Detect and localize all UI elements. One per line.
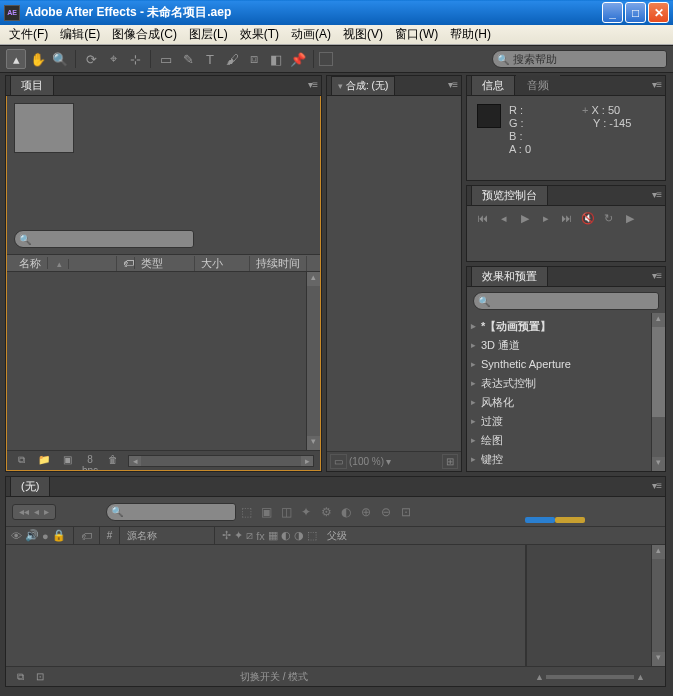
menu-view[interactable]: 视图(V) <box>337 24 389 45</box>
next-frame-icon[interactable]: ▸ <box>538 212 553 226</box>
tl-tool-1-icon[interactable]: ⬚ <box>236 505 256 519</box>
comp-viewer[interactable] <box>327 96 461 451</box>
tab-audio[interactable]: 音频 <box>516 75 560 95</box>
fx-item-keying[interactable]: 键控 <box>467 450 665 469</box>
project-item-list[interactable]: ▴ ▾ <box>7 272 320 450</box>
fx-item-paint[interactable]: 绘图 <box>467 431 665 450</box>
new-comp-icon[interactable]: ▣ <box>57 454 77 468</box>
tl-tool-9-icon[interactable]: ⊡ <box>396 505 416 519</box>
menu-help[interactable]: 帮助(H) <box>444 24 497 45</box>
tl-tool-8-icon[interactable]: ⊖ <box>376 505 396 519</box>
timeline-vscrollbar[interactable]: ▴ ▾ <box>651 545 665 666</box>
comp-zoom-button[interactable]: ▭ <box>330 454 347 469</box>
tab-timeline[interactable]: (无) <box>10 476 50 496</box>
eraser-tool-icon[interactable]: ◧ <box>266 49 286 69</box>
tl-tool-6-icon[interactable]: ◐ <box>336 505 356 519</box>
effects-search[interactable] <box>473 292 659 310</box>
tl-tool-2-icon[interactable]: ▣ <box>256 505 276 519</box>
clone-tool-icon[interactable]: ⧈ <box>244 49 264 69</box>
tl-tool-4-icon[interactable]: ✦ <box>296 505 316 519</box>
project-vscrollbar[interactable]: ▴ ▾ <box>306 272 320 450</box>
menu-animation[interactable]: 动画(A) <box>285 24 337 45</box>
menu-file[interactable]: 文件(F) <box>3 24 54 45</box>
timeline-search[interactable] <box>106 503 236 521</box>
scroll-right-icon[interactable]: ▸ <box>301 456 313 466</box>
lock-col-icon[interactable]: 🔒 <box>52 529 66 542</box>
anchor-tool-icon[interactable]: ⊹ <box>125 49 145 69</box>
effects-vscrollbar[interactable]: ▴ ▾ <box>651 313 665 471</box>
panel-menu-icon[interactable]: ▾≡ <box>652 79 661 90</box>
menu-composition[interactable]: 图像合成(C) <box>106 24 183 45</box>
scroll-down-icon[interactable]: ▾ <box>307 436 320 450</box>
tl-tool-7-icon[interactable]: ⊕ <box>356 505 376 519</box>
tab-effects[interactable]: 效果和预置 <box>471 266 548 286</box>
project-search[interactable] <box>14 230 313 248</box>
col-source-name[interactable]: 源名称 <box>122 529 212 543</box>
project-hscrollbar[interactable]: ◂ ▸ <box>128 455 314 467</box>
scroll-up-icon[interactable]: ▴ <box>652 313 665 327</box>
ram-preview-icon[interactable]: ▶ <box>622 212 637 226</box>
puppet-tool-icon[interactable]: 📌 <box>288 49 308 69</box>
interpret-footage-icon[interactable]: ⧉ <box>11 454 31 468</box>
rectangle-tool-icon[interactable]: ▭ <box>156 49 176 69</box>
panel-menu-icon[interactable]: ▾≡ <box>308 79 317 90</box>
tab-preview[interactable]: 预览控制台 <box>471 185 548 205</box>
panel-menu-icon[interactable]: ▾≡ <box>652 189 661 200</box>
eye-col-icon[interactable]: 👁 <box>11 530 22 542</box>
toggle-switches-label[interactable]: 切换开关 / 模式 <box>240 670 308 684</box>
col-parent[interactable]: 父级 <box>322 529 352 543</box>
last-frame-icon[interactable]: ⏭ <box>559 212 574 226</box>
col-number[interactable]: # <box>102 530 118 541</box>
hand-tool-icon[interactable]: ✋ <box>28 49 48 69</box>
fx-item-transition[interactable]: 过渡 <box>467 412 665 431</box>
fx-item-stylize[interactable]: 风格化 <box>467 393 665 412</box>
help-search[interactable]: 搜索帮助 <box>492 50 667 68</box>
col-name[interactable]: 名称▴ <box>7 256 117 271</box>
rotate-tool-icon[interactable]: ⟳ <box>81 49 101 69</box>
window-maximize-button[interactable]: □ <box>625 2 646 23</box>
menu-edit[interactable]: 编辑(E) <box>54 24 106 45</box>
prev-frame-icon[interactable]: ◂ <box>496 212 511 226</box>
tab-info[interactable]: 信息 <box>471 75 515 95</box>
tab-project[interactable]: 项目 <box>10 75 54 95</box>
mute-icon[interactable]: 🔇 <box>580 212 595 226</box>
tab-composition[interactable]: ▾合成: (无) <box>331 76 395 95</box>
col-type[interactable]: 类型 <box>135 256 195 271</box>
play-icon[interactable]: ▶ <box>517 212 532 226</box>
loop-icon[interactable]: ↻ <box>601 212 616 226</box>
scroll-down-icon[interactable]: ▾ <box>652 457 665 471</box>
menu-window[interactable]: 窗口(W) <box>389 24 444 45</box>
project-search-input[interactable] <box>14 230 194 248</box>
scroll-up-icon[interactable]: ▴ <box>652 545 665 559</box>
panel-menu-icon[interactable]: ▾≡ <box>448 79 457 90</box>
new-folder-icon[interactable]: 📁 <box>34 454 54 468</box>
timeline-body[interactable]: ▴ ▾ ⧉ ⊡ 切换开关 / 模式 ▲▲ <box>6 545 665 686</box>
window-close-button[interactable]: ✕ <box>648 2 669 23</box>
col-duration[interactable]: 持续时间 <box>250 256 307 271</box>
bpc-button[interactable]: 8 bpc <box>80 454 100 468</box>
camera-tool-icon[interactable]: ⌖ <box>103 49 123 69</box>
text-tool-icon[interactable]: T <box>200 49 220 69</box>
speaker-col-icon[interactable]: 🔊 <box>25 529 39 542</box>
selection-tool-icon[interactable]: ▴ <box>6 49 26 69</box>
fx-item-expression-controls[interactable]: 表达式控制 <box>467 374 665 393</box>
label-col-icon[interactable]: 🏷 <box>81 530 92 542</box>
fx-item-3d-channel[interactable]: 3D 通道 <box>467 336 665 355</box>
pen-tool-icon[interactable]: ✎ <box>178 49 198 69</box>
panel-menu-icon[interactable]: ▾≡ <box>652 270 661 281</box>
timeline-track-area[interactable] <box>526 545 665 686</box>
timecode-nav[interactable]: ◂◂◂▸ <box>12 504 56 520</box>
solo-col-icon[interactable]: ● <box>42 530 49 542</box>
tl-tool-5-icon[interactable]: ⚙ <box>316 505 336 519</box>
col-size[interactable]: 大小 <box>195 256 250 271</box>
scroll-thumb[interactable] <box>652 327 665 417</box>
comp-res-button[interactable]: ⊞ <box>442 454 458 469</box>
work-area-bar[interactable] <box>525 517 585 527</box>
scroll-down-icon[interactable]: ▾ <box>652 652 665 666</box>
col-label-icon[interactable]: 🏷 <box>117 257 135 269</box>
timeline-layer-area[interactable] <box>6 545 526 686</box>
tl-tool-3-icon[interactable]: ◫ <box>276 505 296 519</box>
effects-search-input[interactable] <box>473 292 659 310</box>
help-search-input[interactable]: 搜索帮助 <box>492 50 667 68</box>
brush-tool-icon[interactable]: 🖌 <box>222 49 242 69</box>
